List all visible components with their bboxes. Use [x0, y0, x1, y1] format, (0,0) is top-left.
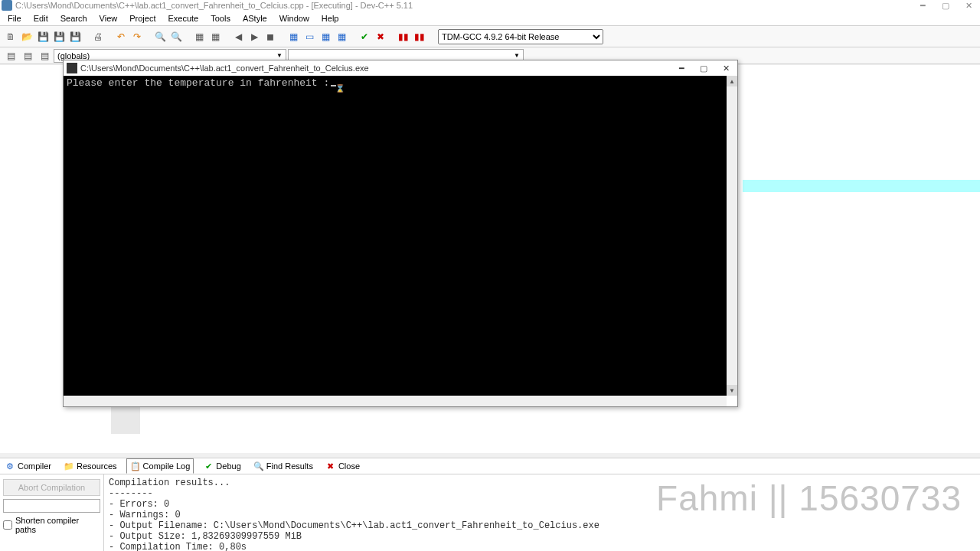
chart2-icon[interactable]: ▮▮ [412, 29, 427, 44]
maximize-button[interactable]: ▢ [934, 0, 957, 11]
window-title: C:\Users\Mond\Documents\C++\lab.act1_con… [15, 1, 977, 10]
forward-icon[interactable]: ▶ [247, 29, 262, 44]
console-window: C:\Users\Mond\Documents\C++\lab.act1_con… [63, 60, 738, 407]
compiler-select[interactable]: TDM-GCC 4.9.2 64-bit Release [438, 29, 603, 44]
back-icon[interactable]: ◀ [230, 29, 246, 44]
close-button[interactable]: ✕ [957, 0, 980, 11]
gear-icon: ⚙ [5, 461, 15, 471]
minimize-button[interactable]: ━ [911, 0, 934, 11]
console-title: C:\Users\Mond\Documents\C++\lab.act1_con… [80, 64, 369, 73]
console-close-button[interactable]: ✕ [716, 61, 736, 75]
menu-file[interactable]: File [2, 12, 28, 24]
bottom-tab-strip: ⚙ Compiler 📁 Resources 📋 Compile Log ✔ D… [0, 458, 980, 474]
chevron-down-icon: ▼ [276, 52, 283, 59]
menu-edit[interactable]: Edit [28, 12, 54, 24]
undo-icon[interactable]: ↶ [113, 29, 129, 44]
tab-debug[interactable]: ✔ Debug [200, 459, 243, 473]
x-icon[interactable]: ✖ [373, 29, 388, 44]
save-icon[interactable]: 💾 [35, 29, 51, 44]
console-titlebar[interactable]: C:\Users\Mond\Documents\C++\lab.act1_con… [64, 60, 737, 76]
goto-icon[interactable]: ▤ [3, 48, 18, 64]
compile-icon[interactable]: ▦ [191, 29, 207, 44]
shorten-paths-checkbox[interactable]: Shorten compiler paths [3, 516, 100, 534]
tab-compile-log[interactable]: 📋 Compile Log [126, 458, 194, 474]
replace-icon[interactable]: 🔍 [168, 29, 184, 44]
menu-tools[interactable]: Tools [204, 12, 237, 24]
open-icon[interactable]: 📂 [19, 29, 34, 44]
tab-compiler[interactable]: ⚙ Compiler [2, 459, 54, 473]
redo-icon[interactable]: ↷ [129, 29, 145, 44]
console-icon [67, 63, 77, 73]
bottom-panel-controls: Abort Compilation Shorten compiler paths [0, 474, 104, 551]
menu-bar: File Edit Search View Project Execute To… [0, 11, 980, 26]
tab-close[interactable]: ✖ Close [322, 459, 363, 473]
check-icon[interactable]: ✔ [357, 29, 372, 44]
check-icon: ✔ [203, 461, 214, 471]
console-minimize-button[interactable]: ━ [671, 61, 691, 75]
title-bar: C:\Users\Mond\Documents\C++\lab.act1_con… [0, 0, 980, 11]
console-window-controls: ━ ▢ ✕ [671, 61, 736, 75]
grid3-icon[interactable]: ▦ [334, 29, 349, 44]
menu-view[interactable]: View [93, 12, 124, 24]
highlighted-line [743, 180, 980, 192]
shorten-paths-check[interactable] [3, 520, 12, 530]
print-icon[interactable]: 🖨 [90, 29, 106, 44]
save-all-icon[interactable]: 💾 [51, 29, 67, 44]
tab-find-results[interactable]: 🔍 Find Results [250, 459, 316, 473]
console-cursor [331, 85, 336, 86]
filter-input[interactable] [3, 499, 100, 513]
debug-step-icon[interactable]: ▤ [37, 48, 52, 64]
save-as-icon[interactable]: 💾 [67, 29, 83, 44]
close-icon: ✖ [325, 461, 336, 471]
console-vertical-scrollbar[interactable]: ▲ ▼ [727, 76, 737, 396]
scroll-up-icon[interactable]: ▲ [727, 76, 737, 86]
app-icon [2, 0, 12, 11]
console-prompt: Please enter the temperature in fahrenhe… [67, 77, 329, 89]
log-icon: 📋 [130, 461, 141, 471]
chevron-down-icon: ▼ [514, 52, 520, 59]
console-horizontal-scrollbar[interactable] [64, 396, 727, 406]
rect-icon[interactable]: ▭ [302, 29, 317, 44]
menu-execute[interactable]: Execute [162, 12, 204, 24]
menu-search[interactable]: Search [54, 12, 93, 24]
grid2-icon[interactable]: ▦ [318, 29, 333, 44]
console-maximize-button[interactable]: ▢ [694, 61, 714, 75]
find-icon[interactable]: 🔍 [152, 29, 168, 44]
toolbar: 🗎 📂 💾 💾 💾 🖨 ↶ ↷ 🔍 🔍 ▦ ▦ ◀ ▶ ◼ ▦ ▭ ▦ ▦ ✔ … [0, 26, 980, 47]
scroll-down-icon[interactable]: ▼ [727, 385, 737, 396]
search-icon: 🔍 [253, 461, 264, 471]
bookmark-icon[interactable]: ▤ [20, 48, 35, 64]
menu-project[interactable]: Project [123, 12, 162, 24]
console-output[interactable]: Please enter the temperature in fahrenhe… [64, 76, 727, 396]
resources-icon: 📁 [64, 461, 74, 471]
editor-gutter [111, 406, 140, 434]
menu-help[interactable]: Help [315, 12, 345, 24]
menu-astyle[interactable]: AStyle [237, 12, 273, 24]
window-controls: ━ ▢ ✕ [911, 0, 980, 11]
bottom-panel: Abort Compilation Shorten compiler paths… [0, 474, 980, 551]
run-icon[interactable]: ▦ [207, 29, 223, 44]
grid-icon[interactable]: ▦ [286, 29, 301, 44]
scope-value: (globals) [57, 51, 90, 60]
compile-log-output[interactable]: Compilation results... -------- - Errors… [104, 474, 980, 551]
chart-icon[interactable]: ▮▮ [396, 29, 411, 44]
new-file-icon[interactable]: 🗎 [3, 29, 18, 44]
abort-compilation-button: Abort Compilation [3, 479, 100, 496]
menu-window[interactable]: Window [273, 12, 315, 24]
tab-resources[interactable]: 📁 Resources [60, 459, 120, 473]
stop-icon[interactable]: ◼ [263, 29, 278, 44]
